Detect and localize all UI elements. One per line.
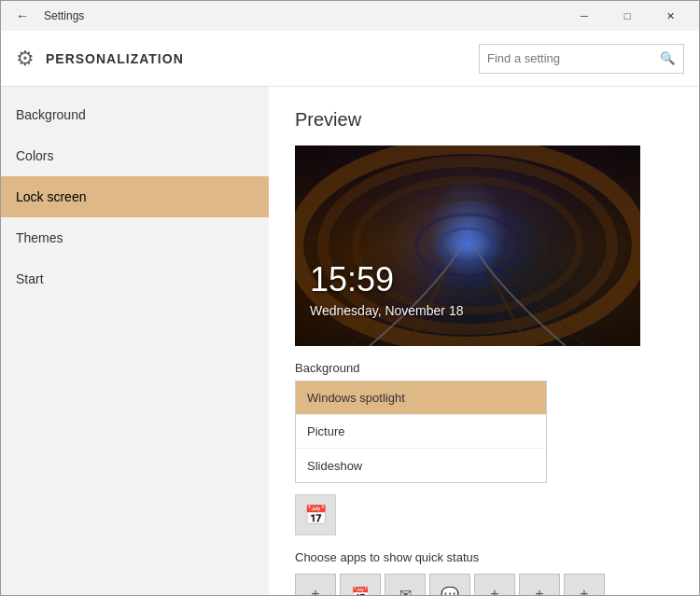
calendar-small-icon: 📅: [351, 586, 370, 596]
page-title: Preview: [295, 109, 673, 131]
background-label: Background: [295, 361, 673, 375]
background-dropdown: Windows spotlight Picture Slideshow: [295, 381, 547, 483]
title-bar-controls: ─ □ ✕: [563, 1, 692, 31]
quick-status-calendar[interactable]: 📅: [340, 574, 381, 595]
quick-status-add-3[interactable]: +: [519, 574, 560, 595]
search-button[interactable]: 🔍: [652, 51, 683, 65]
search-icon: 🔍: [660, 51, 676, 65]
app-title: PERSONALIZATION: [46, 51, 184, 66]
sidebar-item-label: Background: [16, 107, 86, 122]
preview-date: Wednesday, November 18: [310, 303, 463, 318]
quick-status-message[interactable]: 💬: [429, 574, 470, 595]
quick-status-label: Choose apps to show quick status: [295, 550, 673, 564]
sidebar-item-colors[interactable]: Colors: [1, 135, 269, 176]
dropdown-item-picture[interactable]: Picture: [296, 415, 546, 449]
preview-image: 15:59 Wednesday, November 18: [295, 146, 640, 346]
message-icon: 💬: [441, 586, 459, 596]
search-input[interactable]: [480, 51, 652, 65]
gear-icon: ⚙: [16, 47, 35, 71]
quick-status-add-2[interactable]: +: [474, 574, 515, 595]
plus-icon-4: +: [580, 586, 588, 595]
calendar-button[interactable]: 📅: [295, 494, 336, 535]
sidebar-item-label: Lock screen: [16, 189, 86, 204]
sidebar-item-lock-screen[interactable]: Lock screen: [1, 176, 269, 217]
calendar-icon: 📅: [304, 504, 328, 526]
content-area: Preview: [269, 87, 699, 595]
maximize-button[interactable]: □: [606, 1, 649, 31]
sidebar-item-label: Colors: [16, 148, 53, 163]
dropdown-item-windows-spotlight[interactable]: Windows spotlight: [296, 381, 546, 415]
search-box: 🔍: [479, 44, 684, 74]
quick-status-mail[interactable]: ✉: [385, 574, 426, 595]
window-frame: ← Settings ─ □ ✕ ⚙ PERSONALIZATION 🔍 Bac…: [0, 0, 700, 596]
minimize-button[interactable]: ─: [563, 1, 606, 31]
mail-icon: ✉: [399, 586, 412, 596]
sidebar-item-background[interactable]: Background: [1, 94, 269, 135]
quick-status-add-4[interactable]: +: [564, 574, 605, 595]
plus-icon-2: +: [490, 586, 498, 595]
sidebar-item-label: Start: [16, 271, 44, 286]
quick-status-add-1[interactable]: +: [295, 574, 336, 595]
close-button[interactable]: ✕: [649, 1, 692, 31]
sidebar-item-start[interactable]: Start: [1, 258, 269, 299]
sidebar: Background Colors Lock screen Themes Sta…: [1, 87, 269, 595]
back-button[interactable]: ←: [8, 5, 36, 27]
app-body: Background Colors Lock screen Themes Sta…: [1, 87, 699, 595]
window-title: Settings: [44, 9, 84, 22]
sidebar-item-label: Themes: [16, 230, 63, 245]
preview-time: 15:59: [310, 260, 394, 299]
title-bar-left: ← Settings: [8, 5, 84, 27]
plus-icon: +: [311, 586, 319, 595]
title-bar: ← Settings ─ □ ✕: [1, 1, 699, 31]
dropdown-item-slideshow[interactable]: Slideshow: [296, 449, 546, 482]
header-title-section: ⚙ PERSONALIZATION: [16, 47, 184, 71]
quick-status-icons: + 📅 ✉ 💬 + + +: [295, 574, 673, 595]
sidebar-item-themes[interactable]: Themes: [1, 217, 269, 258]
plus-icon-3: +: [535, 586, 543, 595]
svg-point-10: [426, 219, 510, 271]
header-bar: ⚙ PERSONALIZATION 🔍: [1, 31, 699, 87]
